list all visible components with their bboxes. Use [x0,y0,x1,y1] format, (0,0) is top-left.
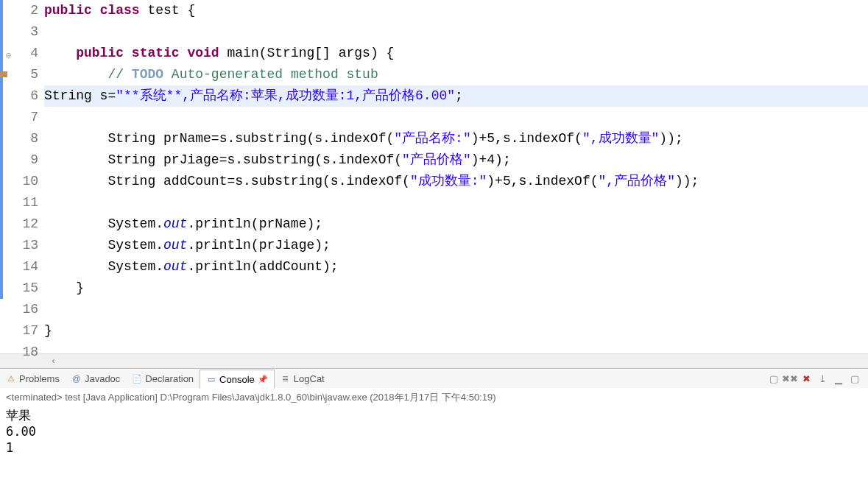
text-token: System. [44,216,163,231]
change-marker [0,43,3,64]
tab-console[interactable]: ▭ Console 📌 [200,370,275,389]
change-marker [0,21,3,43]
console-output-line: 6.00 [6,423,862,440]
tab-label: Console [219,374,255,385]
views-tab-bar: ⚠ Problems @ Javadoc 📄 Declaration ▭ Con… [0,369,868,388]
tab-declaration[interactable]: 📄 Declaration [126,369,200,388]
line-number[interactable]: 5 [0,64,44,85]
close-button[interactable]: ✖ [800,373,812,384]
code-line[interactable]: } [44,278,868,299]
line-number[interactable]: 4⊖ [0,43,44,64]
text-token [124,46,132,60]
console-output-line: 1 [6,440,862,456]
scroll-left-icon[interactable]: ‹ [48,356,59,367]
code-line[interactable] [44,107,868,128]
line-number[interactable]: 7 [0,107,44,128]
code-line[interactable]: System.out.println(addCount); [44,256,868,278]
tab-label: LogCat [294,373,325,384]
text-token: System. [44,238,163,253]
line-number[interactable]: 15 [0,278,44,299]
text-token: System. [44,259,163,274]
code-line[interactable] [44,21,868,43]
text-token [44,46,76,60]
text-token: )); [675,174,699,188]
keyword-token: static [132,46,180,60]
line-number[interactable]: 8 [0,128,44,149]
line-number-gutter[interactable]: 234⊖56789101112131415161718 [0,0,44,353]
code-line[interactable]: String s="**系统**,产品名称:苹果,成功数量:1,产品价格6.00… [44,85,868,107]
line-number[interactable]: 10 [0,171,44,192]
tab-logcat[interactable]: ≣ LogCat [275,369,331,388]
line-number[interactable]: 11 [0,192,44,213]
tab-javadoc[interactable]: @ Javadoc [66,369,126,388]
code-line[interactable]: public class test { [44,0,868,21]
keyword-token: public [76,46,124,60]
text-token: test { [140,3,196,18]
scroll-lock-button[interactable]: ⤓ [816,373,828,384]
line-number[interactable]: 3 [0,21,44,43]
change-marker [0,256,3,278]
string-token: "产品名称:" [394,131,470,146]
change-marker [0,278,3,299]
text-token: } [44,280,84,295]
tab-label: Javadoc [85,373,120,384]
bottom-panel: ⚠ Problems @ Javadoc 📄 Declaration ▭ Con… [0,368,868,457]
javadoc-icon: @ [71,373,82,384]
change-marker [0,107,3,128]
change-marker [0,192,3,213]
line-number[interactable]: 2 [0,0,44,21]
line-number[interactable]: 12 [0,213,44,235]
text-token: )); [659,131,682,146]
code-line[interactable]: System.out.println(prJiage); [44,235,868,256]
change-marker [0,235,3,256]
todo-token: TODO [132,67,163,82]
text-token: main(String[] args) { [219,46,395,60]
console-run-header: <terminated> test [Java Application] D:\… [6,389,862,407]
comment-token: // [107,67,131,82]
text-token: .println(prName); [187,216,322,231]
remove-launch-button[interactable]: ▢ [768,373,780,384]
text-token: )+5,s.indexOf( [487,174,598,188]
code-line[interactable]: public static void main(String[] args) { [44,43,868,64]
line-number[interactable]: 17 [0,320,44,342]
change-marker [0,85,3,107]
minimize-button[interactable]: ▁ [833,373,844,384]
maximize-button[interactable]: ▢ [849,373,861,384]
change-marker [0,128,3,149]
change-marker [0,0,3,21]
line-number[interactable]: 9 [0,149,44,171]
remove-all-button[interactable]: ✖✖ [784,373,796,384]
change-marker [0,149,3,171]
tab-label: Declaration [145,373,194,384]
code-line[interactable]: System.out.println(prName); [44,213,868,235]
string-token: "成功数量:" [410,174,487,188]
string-token: "**系统**,产品名称:苹果,成功数量:1,产品价格6.00" [116,88,455,103]
code-area[interactable]: 234⊖56789101112131415161718 public class… [0,0,868,353]
field-token: out [163,238,187,253]
keyword-token: void [187,46,219,60]
tab-label: Problems [19,373,60,384]
line-number[interactable]: 13 [0,235,44,256]
field-token: out [163,216,187,231]
line-number[interactable]: 16 [0,299,44,320]
line-number[interactable]: 18 [0,342,44,363]
code-line[interactable]: String prJiage=s.substring(s.indexOf("产品… [44,149,868,171]
tab-problems[interactable]: ⚠ Problems [0,369,66,388]
code-lines[interactable]: public class test { public static void m… [44,0,868,353]
code-line[interactable] [44,192,868,213]
console-output-line: 苹果 [6,407,862,423]
code-line[interactable] [44,299,868,320]
code-line[interactable]: String addCount=s.substring(s.indexOf("成… [44,171,868,192]
code-line[interactable] [44,342,868,363]
code-line[interactable]: String prName=s.substring(s.indexOf("产品名… [44,128,868,149]
text-token: String s= [44,88,116,103]
line-number[interactable]: 14 [0,256,44,278]
console-body: <terminated> test [Java Application] D:\… [0,388,868,457]
comment-token: Auto-generated method stub [163,67,378,82]
console-icon: ▭ [206,375,216,385]
code-line[interactable]: } [44,320,868,342]
code-line[interactable]: // TODO Auto-generated method stub [44,64,868,85]
string-token: ",成功数量" [582,131,659,146]
text-token: } [44,323,52,338]
line-number[interactable]: 6 [0,85,44,107]
